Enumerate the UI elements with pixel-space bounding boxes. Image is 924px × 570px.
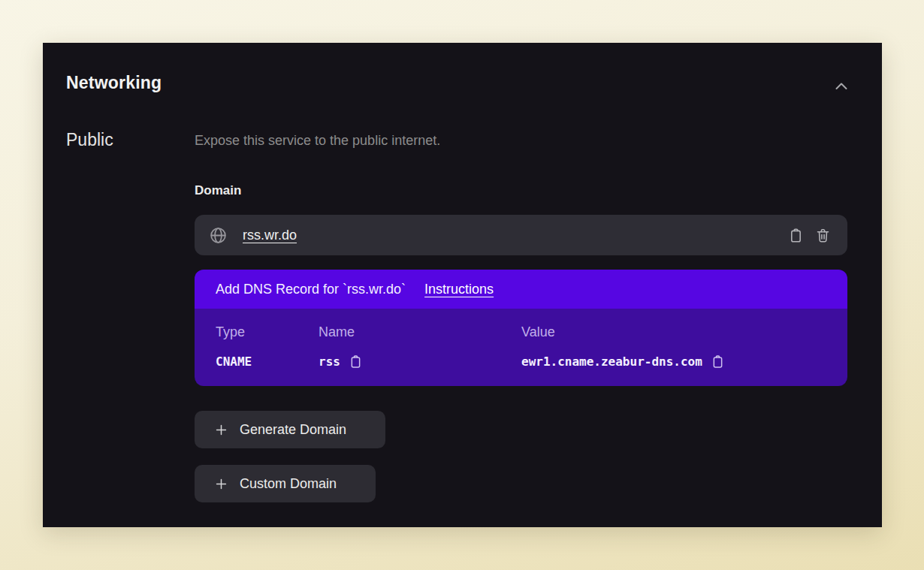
custom-domain-button[interactable]: Custom Domain	[195, 465, 376, 502]
dns-value-value: ewr1.cname.zeabur-dns.com	[521, 354, 702, 369]
public-label: Public	[66, 130, 113, 150]
generate-domain-button[interactable]: Generate Domain	[195, 411, 385, 448]
dns-type-value: CNAME	[216, 354, 252, 369]
dns-record-name: rss	[319, 354, 521, 369]
public-description: Expose this service to the public intern…	[195, 132, 847, 149]
plus-icon	[214, 423, 228, 437]
dns-record-title: Add DNS Record for `rss.wr.do`	[216, 282, 406, 297]
networking-panel: Networking Public Expose this service to…	[43, 43, 882, 527]
domain-label: Domain	[195, 183, 847, 198]
dns-col-name: Name	[319, 324, 521, 340]
domain-link[interactable]: rss.wr.do	[243, 228, 297, 243]
copy-name-icon[interactable]	[349, 354, 363, 369]
globe-icon	[209, 226, 228, 245]
dns-record-type: CNAME	[216, 354, 319, 369]
copy-icon[interactable]	[784, 224, 807, 246]
dns-record-box: Add DNS Record for `rss.wr.do` Instructi…	[195, 270, 847, 386]
dns-col-type: Type	[216, 324, 319, 340]
chevron-up-icon[interactable]	[831, 76, 852, 97]
dns-record-table: Type Name Value CNAME rss	[216, 324, 826, 369]
copy-value-icon[interactable]	[711, 354, 725, 369]
panel-title: Networking	[66, 73, 162, 93]
plus-icon	[214, 477, 228, 491]
trash-icon[interactable]	[811, 224, 834, 246]
dns-col-value: Value	[521, 324, 826, 340]
dns-record-value: ewr1.cname.zeabur-dns.com	[521, 354, 826, 369]
instructions-link[interactable]: Instructions	[424, 282, 494, 297]
dns-name-value: rss	[319, 354, 340, 369]
dns-record-header: Add DNS Record for `rss.wr.do` Instructi…	[195, 270, 847, 309]
domain-row: rss.wr.do	[195, 215, 847, 255]
custom-domain-label: Custom Domain	[240, 476, 337, 492]
dns-record-body: Type Name Value CNAME rss	[195, 309, 847, 386]
generate-domain-label: Generate Domain	[240, 422, 346, 438]
public-section-content: Expose this service to the public intern…	[195, 132, 847, 502]
